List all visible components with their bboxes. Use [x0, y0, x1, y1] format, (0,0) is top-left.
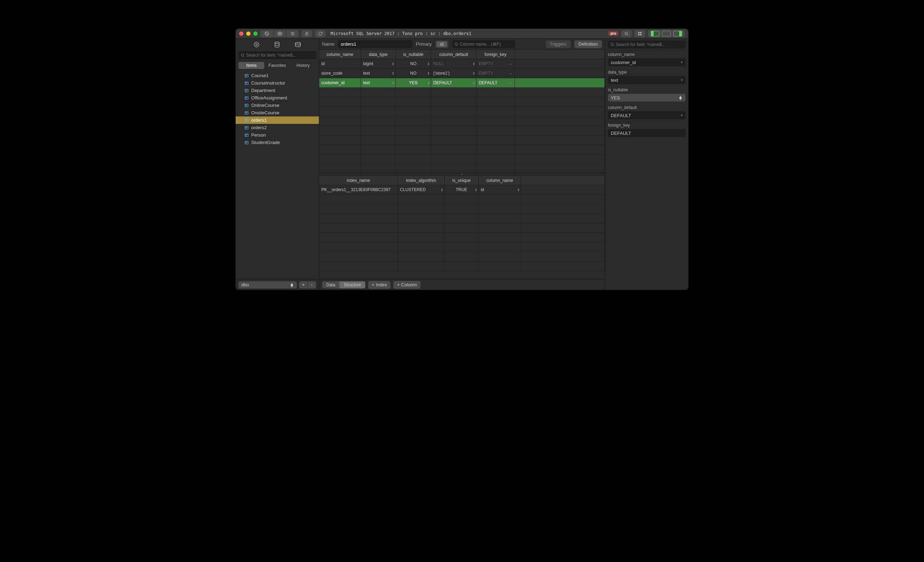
cell-column-default[interactable]: NULL▲▼ [431, 59, 477, 68]
structure-tab[interactable]: Structure [339, 281, 365, 288]
name-input[interactable] [338, 40, 412, 48]
add-button[interactable]: + [299, 281, 308, 288]
stepper-icon[interactable]: ▲▼ [472, 81, 475, 85]
right-panel-toggle[interactable] [674, 31, 682, 36]
insp-field-is-nullable[interactable]: YES▲▼ [608, 94, 686, 102]
stepper-icon[interactable]: ▲▼ [441, 188, 443, 191]
stepper-icon[interactable]: ▲▼ [392, 62, 394, 66]
stepper-icon[interactable]: ▲▼ [392, 81, 394, 85]
column-search[interactable] [452, 40, 515, 48]
add-index-button[interactable]: +Index [368, 281, 390, 289]
svg-line-51 [457, 45, 458, 46]
insp-field-column-name[interactable]: customer_id▾ [608, 58, 686, 66]
schema-select[interactable]: dbo ▲▼ [238, 281, 297, 288]
sidebar-item-orders1[interactable]: orders1 [236, 117, 319, 124]
cell-column-default[interactable]: ('store1')▲▼ [431, 69, 477, 78]
header-is-unique[interactable]: is_unique [445, 176, 478, 185]
cell-is-nullable[interactable]: NO▲▼ [396, 59, 431, 68]
sidebar-item-department[interactable]: Department [236, 87, 319, 94]
inspector-search-input[interactable] [616, 42, 683, 47]
svg-point-14 [254, 42, 259, 47]
cell-foreign-key[interactable]: EMPTY→ [477, 69, 515, 78]
stepper-icon[interactable]: ▲▼ [475, 188, 477, 191]
data-tab[interactable]: Data [322, 281, 339, 288]
cell-is-unique[interactable]: TRUE▲▼ [445, 185, 478, 194]
cell-data-type[interactable]: text▲▼ [361, 69, 396, 78]
header-foreign-key[interactable]: foreign_key [477, 50, 515, 59]
disconnect-icon[interactable] [260, 30, 273, 37]
stepper-icon[interactable]: ▲▼ [472, 62, 475, 66]
lock-icon[interactable] [302, 30, 312, 37]
inspector-search[interactable] [608, 41, 686, 48]
cell-is-nullable[interactable]: NO▲▼ [396, 69, 431, 78]
cell-is-nullable[interactable]: YES▲▼ [396, 78, 431, 87]
column-row[interactable]: customer_idtext▲▼YES▲▼DEFAULT▲▼DEFAULT→ [319, 78, 605, 88]
stepper-icon[interactable]: ▲▼ [392, 72, 394, 75]
left-panel-toggle[interactable] [651, 31, 659, 36]
sidebar-search-input[interactable] [246, 53, 314, 58]
add-column-button[interactable]: +Column [393, 281, 420, 289]
sql-icon[interactable]: SQL [295, 42, 301, 48]
sidebar-item-officeassignment[interactable]: OfficeAssignment [236, 94, 319, 102]
bottom-panel-toggle[interactable] [662, 31, 670, 36]
stepper-icon[interactable]: ▲▼ [517, 188, 520, 191]
sidebar-item-orders2[interactable]: orders2 [236, 124, 319, 131]
cell-index-name[interactable]: PK__orders1__3213E83F06BC2397 [319, 185, 398, 194]
cell-index-column[interactable]: id▲▼ [478, 185, 521, 194]
stepper-icon[interactable]: ▲▼ [427, 81, 430, 85]
cell-column-name[interactable]: store_code [319, 69, 361, 78]
grid-icon[interactable] [634, 30, 645, 37]
empty-row [319, 107, 605, 117]
sidebar-item-course1[interactable]: Course1 [236, 72, 319, 79]
insp-field-column-default[interactable]: DEFAULT▾ [608, 112, 686, 119]
list-icon[interactable] [286, 30, 298, 37]
tab-favorites[interactable]: Favorites [264, 62, 290, 69]
sidebar-item-onsitecourse[interactable]: OnsiteCourse [236, 109, 319, 117]
header-column-name[interactable]: column_name [319, 50, 361, 59]
cell-column-name[interactable]: id [319, 59, 361, 68]
database-icon[interactable] [274, 42, 280, 48]
header-index-name[interactable]: index_name [319, 176, 398, 185]
sidebar-search[interactable] [238, 51, 316, 59]
cell-column-default[interactable]: DEFAULT▲▼ [431, 78, 477, 87]
minimize-window[interactable] [246, 31, 250, 36]
cell-data-type[interactable]: text▲▼ [361, 78, 396, 87]
header-is-nullable[interactable]: is_nullable [396, 50, 431, 59]
header-data-type[interactable]: data_type [361, 50, 396, 59]
cell-index-algorithm[interactable]: CLUSTERED▲▼ [398, 185, 445, 194]
header-index-column[interactable]: column_name [478, 176, 521, 185]
cell-foreign-key[interactable]: EMPTY→ [477, 59, 515, 68]
stepper-icon[interactable]: ▲▼ [427, 62, 430, 66]
stepper-icon[interactable]: ▲▼ [472, 72, 475, 75]
sidebar-item-courseinstructor[interactable]: CourseInstructor [236, 79, 319, 87]
zoom-window[interactable] [254, 31, 258, 36]
tab-history[interactable]: History [290, 62, 316, 69]
eye-icon[interactable] [273, 30, 286, 37]
refresh-icon[interactable] [315, 30, 326, 37]
column-search-input[interactable] [460, 42, 513, 47]
cell-foreign-key[interactable]: DEFAULT→ [477, 78, 515, 87]
sidebar-item-onlinecourse[interactable]: OnlineCourse [236, 102, 319, 109]
column-row[interactable]: idbigint▲▼NO▲▼NULL▲▼EMPTY→ [319, 59, 605, 69]
svg-line-1 [266, 33, 268, 35]
index-row[interactable]: PK__orders1__3213E83F06BC2397CLUSTERED▲▼… [319, 185, 605, 195]
svg-rect-6 [306, 33, 308, 35]
primary-key-field[interactable]: id [435, 40, 448, 48]
cell-column-name[interactable]: customer_id [319, 78, 361, 87]
insp-field-data-type[interactable]: text▾ [608, 76, 686, 84]
connection-icon[interactable] [254, 42, 260, 48]
triggers-button[interactable]: Triggers [546, 40, 571, 48]
sidebar-item-person[interactable]: Person [236, 131, 319, 139]
header-column-default[interactable]: column_default [431, 50, 477, 59]
sidebar-item-studentgrade[interactable]: StudentGrade [236, 139, 319, 146]
stepper-icon[interactable]: ▲▼ [427, 72, 430, 75]
cell-data-type[interactable]: bigint▲▼ [361, 59, 396, 68]
definition-button[interactable]: Definition [574, 40, 602, 48]
close-window[interactable] [239, 31, 243, 36]
search-icon[interactable] [621, 30, 632, 37]
tab-items[interactable]: Items [238, 62, 264, 69]
more-button[interactable]: ▾ [308, 281, 316, 288]
header-index-algorithm[interactable]: index_algorithm [398, 176, 445, 185]
insp-field-foreign-key[interactable]: DEFAULT [608, 129, 686, 137]
column-row[interactable]: store_codetext▲▼NO▲▼('store1')▲▼EMPTY→ [319, 69, 605, 78]
